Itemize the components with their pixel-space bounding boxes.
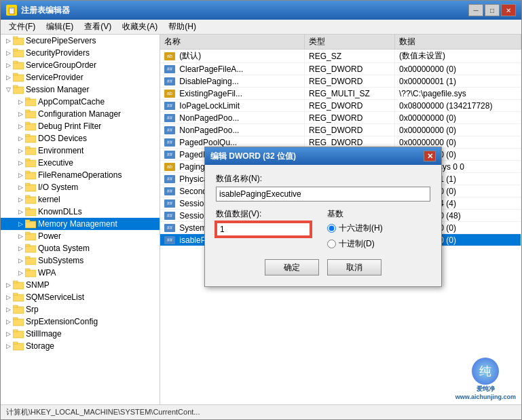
radio-dec[interactable] — [327, 240, 336, 248]
tree-item-quotasystem[interactable]: ▷ Quota System — [1, 242, 160, 254]
radio-hex[interactable] — [327, 224, 336, 233]
edit-dword-dialog[interactable]: 编辑 DWORD (32 位值) ✕ 数值名称(N): 数值数据(V): — [204, 147, 442, 287]
tree-item-power[interactable]: ▷ Power — [1, 230, 160, 242]
tree-item-configurationmanager[interactable]: ▷ Configuration Manager — [1, 108, 160, 120]
col-header-data[interactable]: 数据 — [394, 35, 521, 50]
tree-item-dosdevices[interactable]: ▷ DOS Devices — [1, 132, 160, 145]
folder-icon — [25, 170, 36, 180]
tree-item-knowndlls[interactable]: ▷ KnownDLLs — [1, 206, 160, 218]
table-row[interactable]: ## ClearPageFileA... REG_DWORD 0x0000000… — [160, 63, 521, 75]
svg-rect-7 — [13, 73, 18, 75]
table-row[interactable]: ## IoPageLockLimit REG_DWORD 0x08000000 … — [160, 100, 521, 112]
tree-label: Debug Print Filter — [38, 121, 101, 131]
svg-rect-20 — [25, 160, 36, 167]
svg-rect-34 — [25, 246, 36, 252]
menu-file[interactable]: 文件(F) — [3, 20, 41, 34]
svg-rect-8 — [13, 87, 24, 94]
tree-item-snmp[interactable]: ▷ SNMP — [1, 279, 160, 291]
tree-item-securepipeservers[interactable]: ▷ SecurePipeServers — [1, 35, 160, 47]
table-row[interactable]: ab (默认) REG_SZ (数值未设置) — [160, 50, 521, 63]
radio-hex-item[interactable]: 十六进制(H) — [327, 223, 430, 234]
tree-item-subsystems[interactable]: ▷ SubSystems — [1, 254, 160, 267]
reg-name-cell: ## DisablePaging... — [160, 75, 305, 88]
table-row[interactable]: ## NonPagedPoo... REG_DWORD 0x00000000 (… — [160, 112, 521, 124]
menu-help[interactable]: 帮助(H) — [163, 20, 202, 34]
tree-item-srpextensionconfig[interactable]: ▷ SrpExtensionConfig — [1, 316, 160, 328]
name-field-input[interactable] — [216, 187, 430, 202]
data-row: 数值数据(V): 基数 — [216, 208, 430, 250]
reg-type-cell: REG_DWORD — [305, 124, 395, 136]
expand-icon: ▷ — [3, 280, 13, 290]
cancel-button[interactable]: 取消 — [327, 259, 381, 275]
minimize-button[interactable]: ─ — [468, 4, 483, 16]
svg-rect-10 — [25, 99, 36, 106]
menu-favorites[interactable]: 收藏夹(A) — [117, 20, 163, 34]
expand-icon: ▷ — [3, 305, 13, 314]
data-value-input[interactable] — [216, 222, 311, 237]
tree-item-executive[interactable]: ▷ Executive — [1, 157, 160, 169]
svg-rect-45 — [13, 305, 18, 307]
table-row[interactable]: ## NonPagedPoo... REG_DWORD 0x00000000 (… — [160, 124, 521, 136]
folder-icon — [13, 317, 24, 326]
svg-rect-9 — [13, 85, 18, 88]
status-text: 计算机\HKEY_LOCAL_MACHINE\SYSTEM\CurrentCon… — [6, 407, 200, 417]
expand-icon: ▷ — [16, 195, 25, 204]
folder-icon — [25, 158, 36, 168]
reg-type-cell: REG_DWORD — [305, 112, 395, 124]
expand-icon: ▷ — [16, 268, 25, 278]
radio-hex-label: 十六进制(H) — [339, 223, 383, 234]
reg-type-cell: REG_DWORD — [305, 75, 395, 88]
tree-item-storage[interactable]: ▷ Storage — [1, 340, 160, 352]
data-field-label: 数值数据(V): — [216, 208, 319, 220]
menu-edit[interactable]: 编辑(E) — [41, 20, 79, 34]
tree-label: FileRenameOperations — [38, 170, 122, 180]
svg-rect-6 — [13, 75, 24, 81]
reg-type-cell: REG_DWORD — [305, 100, 395, 112]
tree-item-filerenameoperations[interactable]: ▷ FileRenameOperations — [1, 169, 160, 181]
tree-item-environment[interactable]: ▷ Environment — [1, 145, 160, 157]
tree-item-stillimage[interactable]: ▷ StillImage — [1, 328, 160, 340]
tree-item-wpa[interactable]: ▷ WPA — [1, 267, 160, 279]
base-label: 基数 — [327, 208, 430, 220]
close-button[interactable]: ✕ — [501, 4, 516, 16]
tree-item-kernel[interactable]: ▷ kernel — [1, 193, 160, 206]
svg-rect-32 — [25, 233, 36, 240]
reg-type-cell: REG_DWORD — [305, 63, 395, 75]
svg-rect-43 — [13, 293, 18, 295]
radio-dec-item[interactable]: 十进制(D) — [327, 238, 430, 250]
menu-view[interactable]: 查看(V) — [79, 20, 117, 34]
tree-item-serviceprovider[interactable]: ▷ ServiceProvider — [1, 71, 160, 83]
tree-item-iosystem[interactable]: ▷ I/O System — [1, 181, 160, 193]
ok-button[interactable]: 确定 — [265, 259, 319, 275]
reg-data-cell: 0x08000000 (134217728) — [394, 100, 521, 112]
svg-rect-18 — [25, 148, 36, 155]
reg-data-cell: \??\C:\pagefile.sys — [394, 88, 521, 100]
col-header-name[interactable]: 名称 — [160, 35, 305, 50]
folder-icon — [13, 48, 24, 58]
tree-panel[interactable]: ▷ SecurePipeServers ▷ SecurityProviders … — [1, 35, 160, 404]
svg-rect-38 — [25, 270, 36, 277]
reg-data-cell: 0x00000000 (0) — [394, 63, 521, 75]
svg-rect-13 — [25, 110, 30, 112]
table-row[interactable]: ## DisablePaging... REG_DWORD 0x00000001… — [160, 75, 521, 88]
app-icon: 📋 — [6, 5, 17, 16]
dialog-body: 数值名称(N): 数值数据(V): — [205, 165, 441, 286]
folder-icon — [25, 231, 36, 241]
tree-item-servicegrouporder[interactable]: ▷ ServiceGroupOrder — [1, 59, 160, 71]
svg-rect-46 — [13, 319, 24, 326]
maximize-button[interactable]: □ — [485, 4, 500, 16]
tree-item-securityproviders[interactable]: ▷ SecurityProviders — [1, 47, 160, 59]
folder-icon — [25, 207, 36, 216]
col-header-type[interactable]: 类型 — [305, 35, 395, 50]
table-row[interactable]: ab ExistingPageFil... REG_MULTI_SZ \??\C… — [160, 88, 521, 100]
tree-item-sessionmanager[interactable]: ▽ Session Manager — [1, 83, 160, 96]
tree-label: Power — [38, 231, 61, 241]
dialog-close-button[interactable]: ✕ — [424, 151, 436, 161]
tree-label: SNMP — [26, 280, 50, 290]
tree-item-memorymanagement[interactable]: ▷ Memory Management — [1, 218, 160, 230]
reg-data-cell: 0x00000000 (0) — [394, 124, 521, 136]
tree-item-srp[interactable]: ▷ Srp — [1, 303, 160, 316]
tree-item-appcompatcache[interactable]: ▷ AppCompatCache — [1, 96, 160, 108]
tree-item-sqmservicelist[interactable]: ▷ SQMServiceList — [1, 291, 160, 303]
tree-item-debugprintfilter[interactable]: ▷ Debug Print Filter — [1, 120, 160, 132]
